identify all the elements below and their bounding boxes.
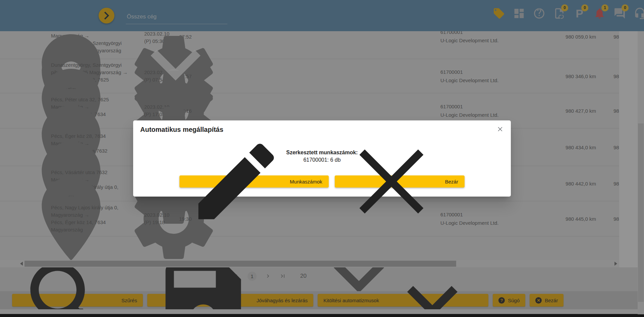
dialog-close-action-button[interactable]: Bezár: [335, 175, 465, 188]
edit-icon: [186, 131, 286, 232]
app-window: Dunaszentgyörgy, SzentgyörgyiMagyarorszá…: [0, 0, 644, 317]
close-icon: [341, 131, 442, 232]
auto-detection-dialog: Automatikus megállapítás Szerkesztett mu…: [133, 120, 511, 197]
dialog-close-action-label: Bezár: [445, 179, 458, 184]
close-icon: [497, 126, 503, 133]
dialog-close-button[interactable]: [497, 126, 503, 133]
dialog-actions: Munkaszámok Bezár: [133, 175, 511, 188]
worknumbers-button[interactable]: Munkaszámok: [179, 175, 329, 188]
worknumbers-button-label: Munkaszámok: [290, 179, 322, 184]
